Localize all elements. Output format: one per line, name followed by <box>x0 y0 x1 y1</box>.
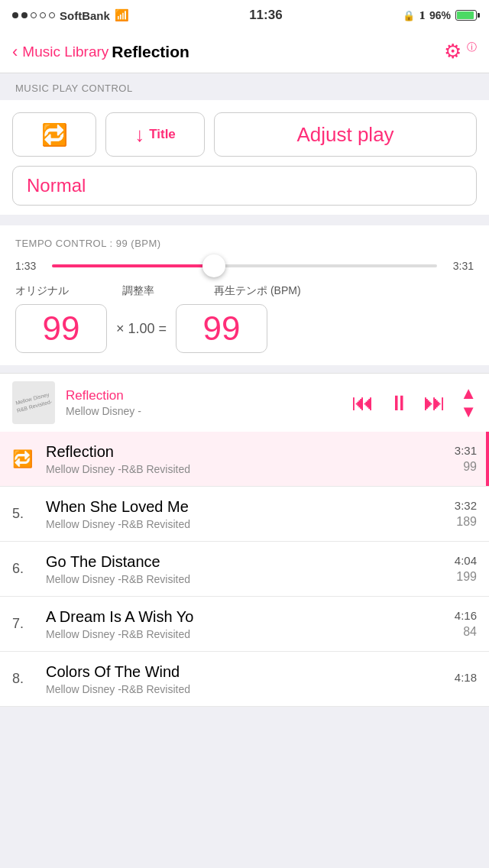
track-number: 5. <box>12 506 24 522</box>
sort-title-label: Title <box>149 127 176 142</box>
battery-percent: 96% <box>429 9 451 21</box>
battery-fill <box>457 11 474 19</box>
track-bpm: 99 <box>455 460 477 474</box>
tempo-slider-track[interactable] <box>52 264 437 267</box>
next-icon: ⏭ <box>423 390 446 415</box>
wifi-icon: 📶 <box>115 8 129 22</box>
back-chevron-icon: ‹ <box>12 42 18 62</box>
signal-dot-1 <box>12 12 18 18</box>
track-right: 3:32 189 <box>455 499 477 529</box>
track-info: When She Loved Me Mellow Disney -R&B Rev… <box>46 498 455 530</box>
back-button[interactable]: ‹ Music Library <box>12 42 108 62</box>
prev-icon: ⏮ <box>351 390 374 415</box>
playback-mode-button[interactable]: Normal <box>12 166 477 206</box>
bpm-values-row: 99 × 1.00 = 99 <box>15 304 474 353</box>
adjust-play-button[interactable]: Adjust play <box>214 112 477 157</box>
bpm-formula: × 1.00 = <box>116 321 167 337</box>
nav-bar: ‹ Music Library Reflection ⚙ ⓘ <box>0 31 489 73</box>
track-row[interactable]: 5. When She Loved Me Mellow Disney -R&B … <box>0 487 489 542</box>
track-right: 4:18 <box>455 671 477 687</box>
tempo-section-label: TEMPO CONTROL : 99 (BPM) <box>15 238 474 249</box>
adjust-label: 調整率 <box>122 284 214 298</box>
section-divider-2 <box>0 365 489 373</box>
nav-title: Reflection <box>112 43 189 61</box>
control-buttons-row: 🔁 ↓ Title Adjust play <box>12 112 477 157</box>
track-duration: 3:31 <box>455 444 477 457</box>
album-art-text: Mellow DisneyR&B Revisited- <box>15 390 53 414</box>
track-bpm: 199 <box>455 570 477 584</box>
track-info: Reflection Mellow Disney -R&B Revisited <box>46 443 455 475</box>
status-time: 11:36 <box>249 8 282 23</box>
nav-library-label: Music Library <box>22 44 108 60</box>
scroll-down-arrow: ▼ <box>460 403 477 420</box>
section-divider <box>0 215 489 225</box>
signal-dot-2 <box>21 12 28 18</box>
slider-thumb[interactable] <box>202 254 225 277</box>
now-playing-bar: Mellow DisneyR&B Revisited- Reflection M… <box>0 373 489 432</box>
track-info: Colors Of The Wind Mellow Disney -R&B Re… <box>46 663 455 695</box>
track-active-bar <box>486 432 489 486</box>
track-row-left: 8. <box>12 671 46 687</box>
play-tempo-label: 再生テンポ (BPM) <box>214 284 474 298</box>
original-bpm-value: 99 <box>43 309 80 348</box>
carrier-label: SoftBank <box>60 9 110 22</box>
track-title: A Dream Is A Wish Yo <box>46 608 455 626</box>
next-button[interactable]: ⏭ <box>423 390 446 416</box>
total-time: 3:31 <box>445 260 474 272</box>
adjust-play-label: Adjust play <box>296 123 393 147</box>
play-bpm-box: 99 <box>176 304 267 353</box>
album-art: Mellow DisneyR&B Revisited- <box>12 381 55 424</box>
track-bpm: 189 <box>455 515 477 529</box>
now-playing-controls: ⏮ ⏸ ⏭ ▲ ▼ <box>351 385 477 420</box>
original-bpm-box: 99 <box>15 304 107 353</box>
track-album: Mellow Disney -R&B Revisited <box>46 518 455 530</box>
settings-button[interactable]: ⚙ ⓘ <box>444 40 477 63</box>
now-playing-title: Reflection <box>66 388 341 403</box>
track-info: A Dream Is A Wish Yo Mellow Disney -R&B … <box>46 608 455 640</box>
info-icon: ⓘ <box>467 41 477 53</box>
play-bpm-value: 99 <box>203 309 241 348</box>
track-row[interactable]: 7. A Dream Is A Wish Yo Mellow Disney -R… <box>0 597 489 652</box>
track-number: 8. <box>12 671 24 687</box>
now-playing-album: Mellow Disney - <box>66 405 341 417</box>
track-title: Colors Of The Wind <box>46 663 455 681</box>
track-list: 🔁 Reflection Mellow Disney -R&B Revisite… <box>0 432 489 707</box>
track-duration: 4:18 <box>455 671 477 684</box>
track-title: Go The Distance <box>46 553 455 571</box>
bpm-labels-row: オリジナル 調整率 再生テンポ (BPM) <box>15 284 474 298</box>
nav-title-group: Reflection <box>112 43 189 61</box>
now-playing-info: Reflection Mellow Disney - <box>66 388 341 417</box>
track-right: 4:04 199 <box>455 554 477 584</box>
track-row[interactable]: 8. Colors Of The Wind Mellow Disney -R&B… <box>0 652 489 707</box>
track-number: 7. <box>12 616 24 632</box>
scroll-up-arrow: ▲ <box>460 385 477 402</box>
signal-dot-4 <box>40 12 46 18</box>
status-right: 🔒 𝟏 96% <box>403 9 477 22</box>
sort-arrow-icon: ↓ <box>134 123 144 147</box>
battery-icon <box>455 10 477 21</box>
music-play-section-header: MUSIC PLAY CONTROL <box>0 73 489 100</box>
track-album: Mellow Disney -R&B Revisited <box>46 683 455 695</box>
pause-button[interactable]: ⏸ <box>388 390 410 416</box>
track-right: 4:16 84 <box>455 609 477 639</box>
track-repeat-icon: 🔁 <box>12 449 33 469</box>
sort-button[interactable]: ↓ Title <box>105 112 205 157</box>
track-album: Mellow Disney -R&B Revisited <box>46 628 455 640</box>
original-label: オリジナル <box>15 284 122 298</box>
track-info: Go The Distance Mellow Disney -R&B Revis… <box>46 553 455 585</box>
track-row-left: 🔁 <box>12 449 46 469</box>
scroll-button[interactable]: ▲ ▼ <box>460 385 477 420</box>
gear-icon: ⚙ <box>444 40 461 63</box>
status-bar: SoftBank 📶 11:36 🔒 𝟏 96% <box>0 0 489 31</box>
repeat-icon: 🔁 <box>41 122 68 147</box>
tempo-area: TEMPO CONTROL : 99 (BPM) 1:33 3:31 オリジナル… <box>0 225 489 365</box>
track-row[interactable]: 6. Go The Distance Mellow Disney -R&B Re… <box>0 542 489 597</box>
track-duration: 4:04 <box>455 554 477 567</box>
track-bpm: 84 <box>455 625 477 639</box>
track-row-left: 6. <box>12 561 46 577</box>
repeat-button[interactable]: 🔁 <box>12 112 96 157</box>
track-title: When She Loved Me <box>46 498 455 516</box>
track-row-left: 7. <box>12 616 46 632</box>
prev-button[interactable]: ⏮ <box>351 390 374 416</box>
track-row[interactable]: 🔁 Reflection Mellow Disney -R&B Revisite… <box>0 432 489 487</box>
